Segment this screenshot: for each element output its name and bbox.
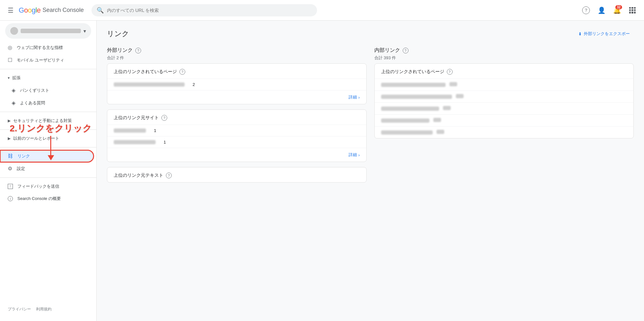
external-links-title: 外部リンク ? — [107, 47, 367, 54]
section-legacy[interactable]: ▶ 以前のツールとレポート — [0, 132, 96, 145]
expand-icon: ▾ — [8, 76, 10, 80]
account-button[interactable]: 👤 — [595, 4, 608, 17]
menu-icon[interactable]: ☰ — [5, 4, 16, 17]
count-blur — [449, 82, 457, 86]
card-title: 上位のリンクされているページ ? — [107, 64, 366, 79]
table-row — [375, 126, 634, 138]
sidebar-item-breadcrumbs[interactable]: ◈ パンくずリスト — [0, 84, 94, 97]
row-url — [114, 140, 156, 144]
sidebar-item-mobile-usability[interactable]: ☐ モバイル ユーザビリティ — [0, 54, 94, 66]
export-label: 外部リンクをエクスポー — [584, 31, 630, 37]
sidebar-item-label: ウェブに関する主な指標 — [17, 45, 63, 51]
sidebar-item-label: リンク — [17, 153, 30, 159]
internal-links-help-icon[interactable]: ? — [403, 48, 409, 53]
card-help-icon[interactable]: ? — [166, 173, 172, 178]
sidebar-footer: プライバシー 利用規約 — [0, 303, 96, 316]
sidebar-item-about[interactable]: i Search Console の概要 — [0, 193, 94, 205]
divider — [0, 112, 96, 112]
row-count — [449, 82, 457, 87]
cards-grid: 外部リンク ? 合計 2 件 上位のリンクされているページ ? 2 — [107, 47, 634, 188]
section-security[interactable]: ▶ セキュリティと手動による対策 — [0, 115, 96, 127]
external-links-help-icon[interactable]: ? — [135, 48, 141, 53]
table-row — [375, 90, 634, 102]
external-links-total: 合計 2 件 — [107, 55, 367, 61]
row-url — [381, 107, 439, 111]
page-header: リンク ⬇ 外部リンクをエクスポー — [107, 28, 634, 39]
external-top-linking-sites-card: 上位のリンク元サイト ? 1 1 詳細 › — [107, 109, 367, 162]
notifications-button[interactable]: 🔔 32 — [610, 4, 623, 17]
card-title: 上位のリンク元テキスト ? — [107, 167, 366, 182]
page-title: リンク — [107, 29, 129, 39]
help-icon: ? — [582, 6, 590, 14]
app-header: ☰ Google Search Console 🔍 ? 👤 🔔 32 — [0, 0, 644, 21]
card-help-icon[interactable]: ? — [447, 69, 453, 75]
property-selector[interactable]: ▾ — [5, 23, 91, 39]
chevron-right-icon: › — [358, 153, 360, 157]
feedback-icon: ! — [8, 184, 13, 189]
search-input[interactable] — [107, 8, 312, 13]
row-url — [381, 130, 433, 135]
google-wordmark: Google — [19, 6, 41, 14]
divider — [0, 69, 96, 69]
sidebar-item-label: フィードバックを送信 — [17, 184, 59, 189]
sidebar-item-feedback[interactable]: ! フィードバックを送信 — [0, 180, 94, 193]
external-top-linked-pages-card: 上位のリンクされているページ ? 2 詳細 › — [107, 63, 367, 104]
download-icon: ⬇ — [578, 32, 582, 36]
sidebar-item-links[interactable]: ⛓ リンク — [0, 150, 94, 162]
sidebar-item-label: よくある質問 — [20, 100, 45, 106]
card-help-icon[interactable]: ? — [161, 115, 167, 121]
sidebar-item-settings[interactable]: ⚙ 設定 — [0, 162, 94, 175]
section-enhancement[interactable]: ▾ 拡張 — [0, 72, 96, 84]
section-label: セキュリティと手動による対策 — [13, 118, 72, 124]
account-icon: 👤 — [598, 6, 606, 14]
search-bar[interactable]: 🔍 — [91, 4, 317, 16]
privacy-link[interactable]: プライバシー — [8, 307, 31, 312]
sidebar-item-core-web-vitals[interactable]: ◎ ウェブに関する主な指標 — [0, 41, 94, 54]
internal-links-header: 内部リンク ? 合計 393 件 — [374, 47, 634, 61]
expand-icon: ▶ — [8, 136, 11, 141]
table-row: 2 — [107, 79, 366, 90]
row-url — [114, 128, 146, 133]
card-footer: 詳細 › — [107, 148, 366, 162]
faq-icon: ◈ — [12, 100, 15, 106]
terms-link[interactable]: 利用規約 — [36, 307, 52, 312]
sidebar-item-label: 設定 — [17, 166, 25, 172]
sidebar-item-faq[interactable]: ◈ よくある質問 — [0, 97, 94, 109]
row-count — [456, 94, 464, 99]
external-links-column: 外部リンク ? 合計 2 件 上位のリンクされているページ ? 2 — [107, 47, 367, 188]
card-help-icon[interactable]: ? — [179, 69, 185, 75]
app-name: Search Console — [43, 7, 84, 14]
row-url — [114, 82, 185, 87]
count-blur — [443, 106, 451, 110]
main-content: リンク ⬇ 外部リンクをエクスポー 外部リンク ? 合計 2 件 — [97, 21, 644, 321]
apps-button[interactable] — [626, 4, 639, 17]
divider — [0, 147, 96, 147]
count-blur — [456, 94, 464, 98]
search-icon: 🔍 — [97, 7, 104, 14]
row-count: 2 — [188, 82, 195, 87]
table-row — [375, 79, 634, 90]
app-logo: Google Search Console — [19, 6, 84, 14]
row-count — [433, 118, 441, 123]
export-button[interactable]: ⬇ 外部リンクをエクスポー — [574, 28, 634, 39]
property-name — [21, 29, 81, 33]
help-button[interactable]: ? — [580, 4, 592, 17]
row-count: 1 — [150, 128, 156, 133]
count-blur — [433, 118, 441, 122]
sidebar-item-label: パンくずリスト — [20, 88, 49, 93]
sidebar-item-label: Search Console の概要 — [17, 196, 61, 202]
internal-top-linked-pages-card: 上位のリンクされているページ ? — [374, 63, 634, 138]
external-links-header: 外部リンク ? 合計 2 件 — [107, 47, 367, 61]
settings-icon: ⚙ — [8, 165, 12, 172]
divider — [0, 129, 96, 130]
info-icon: i — [8, 196, 13, 201]
row-count — [443, 106, 451, 111]
details-link[interactable]: 詳細 › — [349, 94, 360, 100]
internal-links-total: 合計 393 件 — [374, 55, 634, 61]
table-row — [375, 114, 634, 126]
row-url — [381, 95, 452, 99]
table-row: 1 — [107, 136, 366, 148]
internal-links-title: 内部リンク ? — [374, 47, 634, 54]
links-icon: ⛓ — [8, 153, 13, 159]
details-link[interactable]: 詳細 › — [349, 152, 360, 158]
